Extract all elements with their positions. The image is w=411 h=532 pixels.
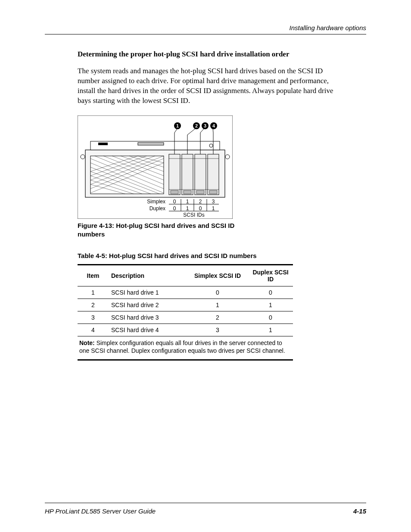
th-simplex: Simplex SCSI ID (187, 264, 248, 286)
th-description: Description (109, 264, 187, 286)
th-item: Item (78, 264, 109, 286)
svg-rect-35 (184, 190, 191, 194)
svg-text:0: 0 (199, 205, 202, 212)
svg-point-6 (81, 155, 85, 159)
callout-4: 4 (212, 123, 215, 128)
server-diagram-svg: 1 2 3 4 Simplex Duplex 0 1 2 3 0 1 (78, 115, 233, 219)
svg-text:1: 1 (186, 205, 189, 212)
footer-page-number: 4-15 (353, 507, 366, 515)
svg-rect-3 (98, 143, 108, 145)
svg-text:1: 1 (212, 205, 215, 212)
footer-doc-title: HP ProLiant DL585 Server User Guide (45, 507, 156, 515)
th-duplex: Duplex SCSI ID (248, 264, 293, 286)
scsi-id-table: Item Description Simplex SCSI ID Duplex … (78, 264, 293, 336)
svg-rect-37 (209, 190, 217, 194)
svg-text:1: 1 (186, 199, 189, 205)
svg-rect-30 (195, 154, 206, 195)
note-label: Note: (79, 339, 95, 346)
note-text: Simplex configuration equals all four dr… (79, 339, 285, 355)
svg-text:3: 3 (212, 199, 215, 205)
svg-rect-36 (196, 190, 204, 194)
label-scsi-ids: SCSI IDs (183, 212, 204, 218)
table-row: 3 SCSI hard drive 3 2 0 (78, 311, 293, 324)
content-area: Determining the proper hot-plug SCSI har… (45, 50, 366, 503)
page: Installing hardware options Determining … (0, 0, 411, 532)
table-note: Note: Simplex configuration equals all f… (78, 336, 293, 361)
header-section-text: Installing hardware options (290, 24, 366, 31)
table-header-row: Item Description Simplex SCSI ID Duplex … (78, 264, 293, 286)
page-footer: HP ProLiant DL585 Server User Guide 4-15 (45, 503, 366, 515)
svg-rect-29 (182, 154, 193, 195)
svg-rect-31 (208, 154, 219, 195)
figure-4-13: 1 2 3 4 Simplex Duplex 0 1 2 3 0 1 (78, 115, 366, 239)
label-simplex: Simplex (147, 199, 165, 205)
svg-rect-28 (169, 154, 180, 195)
figure-caption: Figure 4-13: Hot-plug SCSI hard drives a… (78, 221, 250, 239)
svg-point-7 (225, 155, 230, 159)
callout-3: 3 (204, 123, 206, 128)
running-header: Installing hardware options (45, 24, 366, 34)
svg-text:0: 0 (173, 199, 176, 205)
intro-paragraph: The system reads and manages the hot-plu… (78, 66, 345, 106)
table-row: 1 SCSI hard drive 1 0 0 (78, 286, 293, 299)
svg-text:0: 0 (173, 205, 176, 212)
svg-rect-34 (171, 190, 178, 194)
header-rule (45, 34, 366, 34)
label-duplex: Duplex (149, 205, 165, 212)
section-heading: Determining the proper hot-plug SCSI har… (78, 50, 366, 59)
table-caption: Table 4-5: Hot-plug SCSI hard drives and… (78, 252, 336, 260)
svg-rect-4 (138, 143, 164, 145)
callout-2: 2 (195, 123, 198, 128)
table-row: 4 SCSI hard drive 4 3 1 (78, 324, 293, 336)
table-row: 2 SCSI hard drive 2 1 1 (78, 299, 293, 311)
svg-text:2: 2 (199, 199, 202, 205)
svg-point-5 (209, 144, 213, 147)
callout-1: 1 (176, 123, 179, 128)
